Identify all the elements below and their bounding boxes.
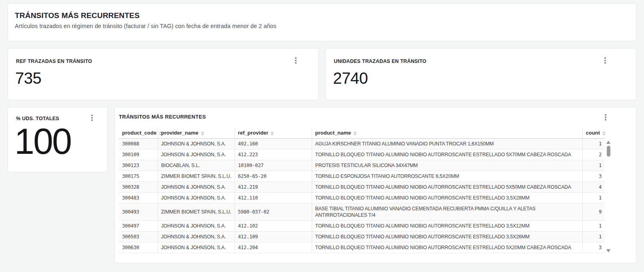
table-row: 300493ZIMMER BIOMET SPAIN, S.L.U.5980-03… [119, 203, 605, 221]
column-header-label: provider_name [161, 130, 199, 136]
cell-provider_name: JOHNSON & JOHNSON, S.A. [158, 182, 235, 193]
cell-provider_name: JOHNSON & JOHNSON, S.A. [158, 193, 235, 203]
stat-value: 2740 [333, 69, 628, 87]
table-body: 300088JOHNSON & JOHNSON, S.A.492.160AGUJ… [119, 139, 605, 253]
sort-icon [271, 131, 274, 135]
column-header-provider_name[interactable]: provider_name [158, 128, 235, 139]
table-row: 300503JOHNSON & JOHNSON, S.A.412.109TORN… [119, 232, 605, 242]
scroll-up-icon[interactable] [606, 141, 610, 144]
cell-product_name: TORNILLO BLOQUEO TITANIO ALUMINIO NIOBIO… [312, 182, 582, 193]
cell-product_name: TORNILLO BLOQUEO TITANIO ALUMINIO NIOBIO… [312, 242, 582, 253]
cell-product_code: 300493 [119, 203, 158, 221]
cell-provider_name: BIOCABLAN, S.L. [158, 160, 235, 171]
stat-panel-title: REF TRAZADAS EN TRÁNSITO [16, 58, 92, 64]
cell-product_code: 300123 [119, 160, 158, 171]
cell-provider_name: JOHNSON & JOHNSON, S.A. [158, 242, 235, 253]
table-row: 300497JOHNSON & JOHNSON, S.A.412.102TORN… [119, 221, 605, 232]
cell-product_name: AGUJA KIRSCHNER TITANIO ALUMINIO VANADIO… [312, 139, 582, 149]
cell-count: 3 [582, 242, 605, 253]
table-row: 300328JOHNSON & JOHNSON, S.A.412.219TORN… [119, 182, 605, 193]
column-header-ref_provider[interactable]: ref_provider [235, 128, 312, 139]
page-title: TRÁNSITOS MÁS RECURRENTES [15, 11, 629, 20]
table-panel-title: TRÁNSITOS MÁS RECURRENTES [119, 114, 206, 120]
cell-product_name: TORNILLO BLOQUEO TITANIO ALUMINIO NIOBIO… [312, 232, 582, 242]
cell-ref_provider: 5980-037-02 [235, 203, 312, 221]
column-header-label: count [586, 130, 600, 136]
cell-provider_name: ZIMMER BIOMET SPAIN, S.L.U. [158, 203, 235, 221]
stat-value: 100 [14, 123, 101, 160]
panel-menu-icon[interactable] [293, 56, 299, 64]
table-head-row: product_codeprovider_nameref_providerpro… [119, 128, 605, 139]
cell-ref_provider: 412.204 [235, 242, 312, 253]
cell-count: 9 [582, 203, 605, 221]
sort-icon [201, 131, 204, 135]
cell-count: 1 [582, 160, 605, 171]
stat-panel-title: % UDS. TOTALES [16, 116, 59, 121]
cell-count: 1 [582, 193, 605, 203]
cell-ref_provider: 412.110 [235, 193, 312, 203]
table-row: 300630JOHNSON & JOHNSON, S.A.412.204TORN… [119, 242, 605, 253]
cell-product_name: BASE TIBIAL TITANIO ALUMINIO VANADIO CEM… [312, 203, 582, 221]
cell-product_code: 300630 [119, 242, 158, 253]
scroll-down-icon[interactable] [606, 249, 610, 252]
cell-product_code: 300483 [119, 193, 158, 203]
stat-panel-ref-trazadas: REF TRAZADAS EN TRÁNSITO 735 [8, 48, 319, 100]
cell-product_name: TORNILLO BLOQUEO TITANIO ALUMINIO NIOBIO… [312, 193, 582, 203]
cell-ref_provider: 412.102 [235, 221, 312, 232]
cell-ref_provider: 6250-65-20 [235, 171, 312, 182]
dashboard-page: TRÁNSITOS MÁS RECURRENTES Artículos traz… [0, 0, 644, 263]
cell-ref_provider: 412.219 [235, 182, 312, 193]
table-row: 300483JOHNSON & JOHNSON, S.A.412.110TORN… [119, 193, 605, 203]
panel-menu-icon[interactable] [602, 56, 608, 64]
cell-product_code: 300175 [119, 171, 158, 182]
cell-count: 3 [582, 171, 605, 182]
cell-provider_name: JOHNSON & JOHNSON, S.A. [158, 232, 235, 242]
stat-panel-title: UNIDADES TRAZADAS EN TRÁNSITO [334, 58, 426, 64]
cell-count: 1 [582, 232, 605, 242]
column-header-product_name[interactable]: product_name [312, 128, 582, 139]
cell-product_code: 300328 [119, 182, 158, 193]
table-area: product_codeprovider_nameref_providerpro… [119, 128, 632, 255]
cell-provider_name: JOHNSON & JOHNSON, S.A. [158, 139, 235, 149]
sort-icon [602, 131, 606, 135]
dashboard-header-panel: TRÁNSITOS MÁS RECURRENTES Artículos traz… [8, 3, 636, 41]
stat-value: 735 [15, 69, 310, 87]
column-header-count[interactable]: count [582, 128, 605, 139]
stats-row: REF TRAZADAS EN TRÁNSITO 735 UNIDADES TR… [8, 48, 636, 100]
table-panel-transitos: TRÁNSITOS MÁS RECURRENTES product_codepr… [114, 107, 636, 263]
table-row: 300123BIOCABLAN, S.L.10100-027PROTESIS T… [119, 160, 605, 171]
table-row: 300175ZIMMER BIOMET SPAIN, S.L.U.6250-65… [119, 171, 605, 182]
cell-product_code: 300088 [119, 139, 158, 149]
column-header-label: product_code [122, 130, 156, 136]
cell-ref_provider: 10100-027 [235, 160, 312, 171]
cell-ref_provider: 412.109 [235, 232, 312, 242]
data-table: product_codeprovider_nameref_providerpro… [119, 128, 605, 253]
table-row: 300088JOHNSON & JOHNSON, S.A.492.160AGUJ… [119, 139, 605, 149]
cell-product_name: TORNILLO BLOQUEO TITANIO ALUMINIO NIOBIO… [312, 149, 582, 160]
cell-count: 4 [582, 182, 605, 193]
sort-icon [353, 131, 357, 135]
cell-product_name: PROTESIS TESTICULAR SILICONA 34X47MM [312, 160, 582, 171]
table-row: 300109JOHNSON & JOHNSON, S.A.412.223TORN… [119, 149, 605, 160]
cell-product_name: TORNILLO BLOQUEO TITANIO ALUMINIO NIOBIO… [312, 221, 582, 232]
scrollbar-thumb[interactable] [607, 146, 610, 157]
bottom-row: % UDS. TOTALES 100 TRÁNSITOS MÁS RECURRE… [8, 107, 636, 263]
column-header-product_code[interactable]: product_code [119, 128, 158, 139]
cell-count: 2 [582, 149, 605, 160]
cell-count: 1 [582, 221, 605, 232]
stat-panel-unidades-trazadas: UNIDADES TRAZADAS EN TRÁNSITO 2740 [325, 48, 636, 100]
panel-menu-icon[interactable] [602, 113, 609, 121]
panel-menu-icon[interactable] [89, 114, 95, 122]
cell-provider_name: JOHNSON & JOHNSON, S.A. [158, 149, 235, 160]
cell-product_code: 300503 [119, 232, 158, 242]
cell-provider_name: ZIMMER BIOMET SPAIN, S.L.U. [158, 171, 235, 182]
column-header-label: product_name [315, 130, 351, 136]
cell-product_name: TORNILLO ESPONJOSA TITANIO AUTORROSCANTE… [312, 171, 582, 182]
page-subtitle: Artículos trazados en régimen de tránsit… [15, 23, 629, 29]
cell-product_code: 300497 [119, 221, 158, 232]
cell-provider_name: JOHNSON & JOHNSON, S.A. [158, 221, 235, 232]
table-scrollbar[interactable] [606, 139, 612, 255]
cell-product_code: 300109 [119, 149, 158, 160]
stat-panel-pct-uds-totales: % UDS. TOTALES 100 [8, 107, 108, 172]
cell-count: 1 [582, 139, 605, 149]
